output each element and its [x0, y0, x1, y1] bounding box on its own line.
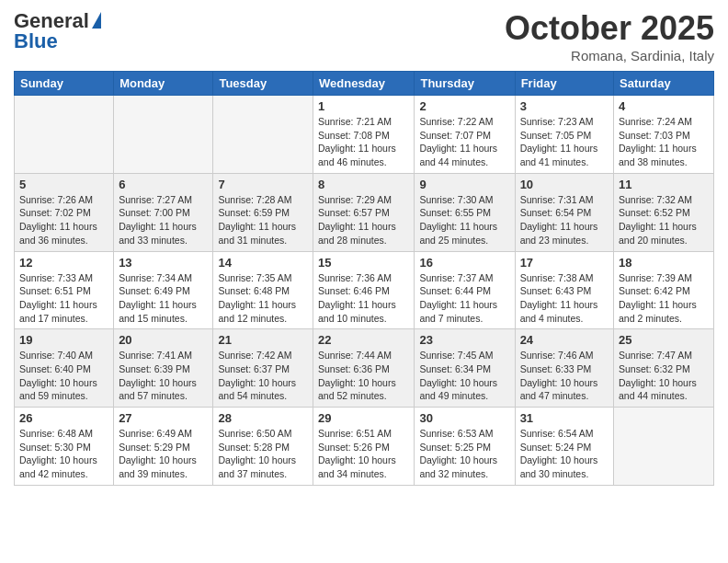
- table-row: 22Sunrise: 7:44 AM Sunset: 6:36 PM Dayli…: [313, 329, 415, 408]
- day-info: Sunrise: 7:26 AM Sunset: 7:02 PM Dayligh…: [19, 193, 108, 247]
- table-row: 24Sunrise: 7:46 AM Sunset: 6:33 PM Dayli…: [515, 329, 613, 408]
- col-tuesday: Tuesday: [213, 72, 313, 96]
- col-friday: Friday: [515, 72, 613, 96]
- table-row: 4Sunrise: 7:24 AM Sunset: 7:03 PM Daylig…: [614, 96, 714, 174]
- calendar-week-row: 26Sunrise: 6:48 AM Sunset: 5:30 PM Dayli…: [15, 408, 714, 486]
- day-number: 17: [520, 256, 609, 270]
- logo-triangle-icon: [92, 12, 101, 29]
- table-row: 31Sunrise: 6:54 AM Sunset: 5:24 PM Dayli…: [515, 408, 613, 486]
- day-number: 4: [619, 99, 709, 113]
- table-row: 30Sunrise: 6:53 AM Sunset: 5:25 PM Dayli…: [415, 408, 515, 486]
- day-number: 28: [218, 411, 308, 425]
- day-info: Sunrise: 7:44 AM Sunset: 6:36 PM Dayligh…: [318, 349, 409, 403]
- day-number: 30: [419, 411, 509, 425]
- day-info: Sunrise: 7:45 AM Sunset: 6:34 PM Dayligh…: [419, 349, 509, 403]
- col-thursday: Thursday: [415, 72, 515, 96]
- table-row: 19Sunrise: 7:40 AM Sunset: 6:40 PM Dayli…: [15, 329, 114, 408]
- day-info: Sunrise: 7:24 AM Sunset: 7:03 PM Dayligh…: [619, 115, 709, 169]
- table-row: 21Sunrise: 7:42 AM Sunset: 6:37 PM Dayli…: [213, 329, 313, 408]
- day-number: 6: [119, 178, 208, 191]
- day-info: Sunrise: 7:38 AM Sunset: 6:43 PM Dayligh…: [520, 271, 609, 326]
- table-row: 15Sunrise: 7:36 AM Sunset: 6:46 PM Dayli…: [313, 251, 415, 329]
- table-row: 27Sunrise: 6:49 AM Sunset: 5:29 PM Dayli…: [114, 408, 213, 486]
- day-number: 23: [419, 333, 509, 347]
- table-row: 29Sunrise: 6:51 AM Sunset: 5:26 PM Dayli…: [313, 408, 415, 486]
- day-info: Sunrise: 7:47 AM Sunset: 6:32 PM Dayligh…: [619, 349, 709, 403]
- table-row: 5Sunrise: 7:26 AM Sunset: 7:02 PM Daylig…: [15, 173, 114, 251]
- logo-blue: Blue: [14, 29, 58, 53]
- table-row: [15, 96, 114, 174]
- day-info: Sunrise: 6:49 AM Sunset: 5:29 PM Dayligh…: [119, 427, 208, 481]
- day-number: 7: [218, 178, 308, 191]
- table-row: 12Sunrise: 7:33 AM Sunset: 6:51 PM Dayli…: [15, 251, 114, 329]
- day-info: Sunrise: 6:50 AM Sunset: 5:28 PM Dayligh…: [218, 427, 308, 481]
- day-number: 21: [218, 333, 308, 347]
- day-number: 29: [318, 411, 409, 425]
- day-number: 9: [419, 178, 509, 191]
- calendar-week-row: 5Sunrise: 7:26 AM Sunset: 7:02 PM Daylig…: [15, 173, 714, 251]
- table-row: 8Sunrise: 7:29 AM Sunset: 6:57 PM Daylig…: [313, 173, 415, 251]
- day-number: 14: [218, 256, 308, 270]
- day-info: Sunrise: 7:35 AM Sunset: 6:48 PM Dayligh…: [218, 271, 308, 326]
- table-row: [114, 96, 213, 174]
- day-info: Sunrise: 7:21 AM Sunset: 7:08 PM Dayligh…: [318, 115, 409, 169]
- title-area: October 2025 Romana, Sardinia, Italy: [505, 9, 714, 63]
- col-monday: Monday: [114, 72, 213, 96]
- day-number: 25: [619, 333, 709, 347]
- day-number: 1: [318, 99, 409, 113]
- day-info: Sunrise: 7:46 AM Sunset: 6:33 PM Dayligh…: [520, 349, 609, 403]
- table-row: 9Sunrise: 7:30 AM Sunset: 6:55 PM Daylig…: [415, 173, 515, 251]
- table-row: 20Sunrise: 7:41 AM Sunset: 6:39 PM Dayli…: [114, 329, 213, 408]
- table-row: 10Sunrise: 7:31 AM Sunset: 6:54 PM Dayli…: [515, 173, 613, 251]
- table-row: [213, 96, 313, 174]
- day-info: Sunrise: 7:42 AM Sunset: 6:37 PM Dayligh…: [218, 349, 308, 403]
- day-number: 24: [520, 333, 609, 347]
- table-row: 7Sunrise: 7:28 AM Sunset: 6:59 PM Daylig…: [213, 173, 313, 251]
- day-info: Sunrise: 6:48 AM Sunset: 5:30 PM Dayligh…: [19, 427, 108, 481]
- table-row: 13Sunrise: 7:34 AM Sunset: 6:49 PM Dayli…: [114, 251, 213, 329]
- day-number: 31: [520, 411, 609, 425]
- day-number: 16: [419, 256, 509, 270]
- day-info: Sunrise: 6:54 AM Sunset: 5:24 PM Dayligh…: [520, 427, 609, 481]
- header-row: Sunday Monday Tuesday Wednesday Thursday…: [15, 72, 714, 96]
- month-title: October 2025: [505, 9, 714, 48]
- calendar-week-row: 12Sunrise: 7:33 AM Sunset: 6:51 PM Dayli…: [15, 251, 714, 329]
- day-number: 26: [19, 411, 108, 425]
- day-info: Sunrise: 7:36 AM Sunset: 6:46 PM Dayligh…: [318, 271, 409, 326]
- day-info: Sunrise: 7:22 AM Sunset: 7:07 PM Dayligh…: [419, 115, 509, 169]
- day-info: Sunrise: 6:51 AM Sunset: 5:26 PM Dayligh…: [318, 427, 409, 481]
- day-number: 19: [19, 333, 108, 347]
- day-number: 15: [318, 256, 409, 270]
- table-row: 28Sunrise: 6:50 AM Sunset: 5:28 PM Dayli…: [213, 408, 313, 486]
- day-info: Sunrise: 7:28 AM Sunset: 6:59 PM Dayligh…: [218, 193, 308, 247]
- day-info: Sunrise: 7:30 AM Sunset: 6:55 PM Dayligh…: [419, 193, 509, 247]
- table-row: [614, 408, 714, 486]
- col-sunday: Sunday: [15, 72, 114, 96]
- day-number: 3: [520, 99, 609, 113]
- table-row: 23Sunrise: 7:45 AM Sunset: 6:34 PM Dayli…: [415, 329, 515, 408]
- location-subtitle: Romana, Sardinia, Italy: [505, 48, 714, 63]
- header: General Blue October 2025 Romana, Sardin…: [14, 9, 714, 63]
- table-row: 6Sunrise: 7:27 AM Sunset: 7:00 PM Daylig…: [114, 173, 213, 251]
- col-wednesday: Wednesday: [313, 72, 415, 96]
- table-row: 18Sunrise: 7:39 AM Sunset: 6:42 PM Dayli…: [614, 251, 714, 329]
- day-number: 5: [19, 178, 108, 191]
- day-info: Sunrise: 7:23 AM Sunset: 7:05 PM Dayligh…: [520, 115, 609, 169]
- day-info: Sunrise: 7:29 AM Sunset: 6:57 PM Dayligh…: [318, 193, 409, 247]
- table-row: 16Sunrise: 7:37 AM Sunset: 6:44 PM Dayli…: [415, 251, 515, 329]
- calendar-week-row: 1Sunrise: 7:21 AM Sunset: 7:08 PM Daylig…: [15, 96, 714, 174]
- day-info: Sunrise: 7:31 AM Sunset: 6:54 PM Dayligh…: [520, 193, 609, 247]
- table-row: 25Sunrise: 7:47 AM Sunset: 6:32 PM Dayli…: [614, 329, 714, 408]
- calendar-week-row: 19Sunrise: 7:40 AM Sunset: 6:40 PM Dayli…: [15, 329, 714, 408]
- table-row: 3Sunrise: 7:23 AM Sunset: 7:05 PM Daylig…: [515, 96, 613, 174]
- day-number: 18: [619, 256, 709, 270]
- day-number: 8: [318, 178, 409, 191]
- table-row: 14Sunrise: 7:35 AM Sunset: 6:48 PM Dayli…: [213, 251, 313, 329]
- col-saturday: Saturday: [614, 72, 714, 96]
- day-number: 22: [318, 333, 409, 347]
- calendar-page: General Blue October 2025 Romana, Sardin…: [0, 0, 728, 495]
- day-info: Sunrise: 6:53 AM Sunset: 5:25 PM Dayligh…: [419, 427, 509, 481]
- day-number: 11: [619, 178, 709, 191]
- day-number: 10: [520, 178, 609, 191]
- day-info: Sunrise: 7:37 AM Sunset: 6:44 PM Dayligh…: [419, 271, 509, 326]
